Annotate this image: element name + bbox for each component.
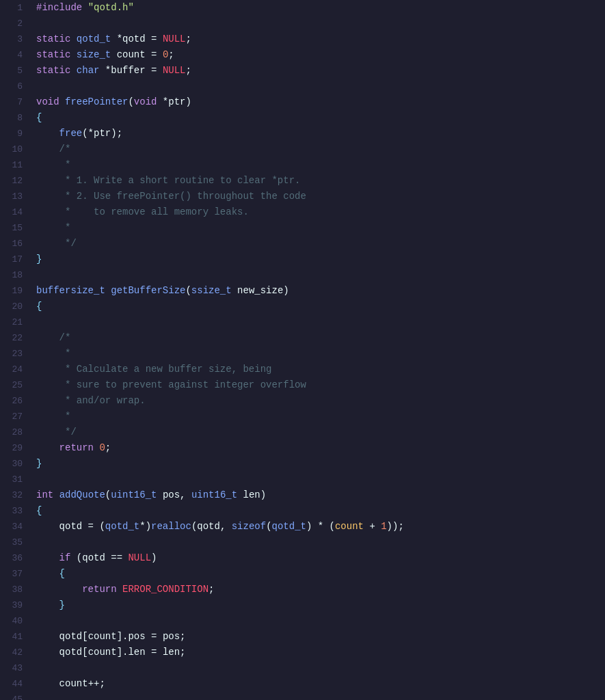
line-content: #include "qotd.h" — [31, 0, 605, 15]
line-number: 37 — [0, 567, 31, 582]
code-line: 36 if (qotd == NULL) — [0, 550, 605, 566]
line-content: buffersize_t getBufferSize(ssize_t new_s… — [31, 283, 605, 298]
code-line: 3static qotd_t *qotd = NULL; — [0, 31, 605, 47]
line-content: qotd = (qotd_t*)realloc(qotd, sizeof(qot… — [31, 519, 605, 534]
line-number: 30 — [0, 457, 31, 472]
line-content: free(*ptr); — [31, 126, 605, 141]
line-number: 35 — [0, 535, 31, 550]
line-content: * 2. Use freePointer() throughout the co… — [31, 189, 605, 204]
line-number: 22 — [0, 331, 31, 346]
code-line: 2 — [0, 16, 605, 31]
line-content: * Calculate a new buffer size, being — [31, 362, 605, 377]
code-line: 27 * — [0, 409, 605, 425]
code-line: 39 } — [0, 597, 605, 613]
line-number: 13 — [0, 189, 31, 204]
line-number: 20 — [0, 299, 31, 314]
line-content — [31, 267, 605, 282]
line-content — [31, 613, 605, 628]
line-number: 1 — [0, 1, 31, 16]
code-line: 17} — [0, 252, 605, 267]
code-line: 38 return ERROR_CONDITION; — [0, 582, 605, 597]
line-number: 29 — [0, 441, 31, 456]
line-content: /* — [31, 330, 605, 345]
line-number: 11 — [0, 158, 31, 173]
line-content: } — [31, 456, 605, 471]
code-line: 44 count++; — [0, 676, 605, 692]
line-number: 44 — [0, 677, 31, 692]
code-line: 37 { — [0, 566, 605, 582]
line-number: 2 — [0, 16, 31, 31]
line-content: * 1. Write a short routine to clear *ptr… — [31, 173, 605, 188]
line-content — [31, 16, 605, 31]
line-content: */ — [31, 425, 605, 440]
code-line: 29 return 0; — [0, 440, 605, 456]
line-content — [31, 79, 605, 94]
line-number: 34 — [0, 520, 31, 535]
line-content: { — [31, 566, 605, 581]
line-content: qotd[count].len = len; — [31, 645, 605, 660]
line-number: 18 — [0, 268, 31, 283]
code-line: 18 — [0, 267, 605, 283]
line-number: 5 — [0, 64, 31, 79]
code-line: 19buffersize_t getBufferSize(ssize_t new… — [0, 283, 605, 299]
line-content: static char *buffer = NULL; — [31, 63, 605, 78]
line-number: 36 — [0, 551, 31, 566]
line-content — [31, 472, 605, 487]
line-number: 4 — [0, 48, 31, 63]
code-line: 45 — [0, 692, 605, 700]
line-number: 17 — [0, 252, 31, 267]
code-line: 9 free(*ptr); — [0, 126, 605, 142]
code-line: 32int addQuote(uint16_t pos, uint16_t le… — [0, 487, 605, 503]
line-content — [31, 660, 605, 675]
line-number: 15 — [0, 221, 31, 236]
code-line: 1#include "qotd.h" — [0, 0, 605, 16]
line-content: int addQuote(uint16_t pos, uint16_t len) — [31, 487, 605, 502]
line-content: * sure to prevent against integer overfl… — [31, 377, 605, 392]
line-number: 10 — [0, 142, 31, 157]
line-content: void freePointer(void *ptr) — [31, 94, 605, 109]
code-line: 11 * — [0, 157, 605, 173]
code-line: 34 qotd = (qotd_t*)realloc(qotd, sizeof(… — [0, 519, 605, 535]
code-line: 15 * — [0, 220, 605, 236]
code-line: 41 qotd[count].pos = pos; — [0, 629, 605, 645]
line-number: 38 — [0, 582, 31, 597]
line-number: 7 — [0, 95, 31, 110]
code-line: 20{ — [0, 299, 605, 314]
code-line: 10 /* — [0, 142, 605, 157]
line-number: 14 — [0, 205, 31, 220]
line-number: 19 — [0, 284, 31, 299]
line-content: qotd[count].pos = pos; — [31, 629, 605, 644]
line-number: 28 — [0, 425, 31, 440]
line-number: 32 — [0, 488, 31, 503]
line-number: 21 — [0, 315, 31, 330]
line-content: } — [31, 597, 605, 612]
line-content: */ — [31, 236, 605, 251]
line-number: 40 — [0, 614, 31, 629]
line-number: 8 — [0, 111, 31, 126]
code-line: 26 * and/or wrap. — [0, 393, 605, 409]
line-number: 26 — [0, 394, 31, 409]
line-number: 6 — [0, 79, 31, 94]
line-content — [31, 692, 605, 700]
code-editor: 1#include "qotd.h"2 3static qotd_t *qotd… — [0, 0, 605, 700]
line-number: 24 — [0, 362, 31, 377]
line-content: * and/or wrap. — [31, 393, 605, 408]
code-line: 33{ — [0, 503, 605, 519]
line-content: return 0; — [31, 440, 605, 455]
line-content: } — [31, 252, 605, 267]
code-line: 16 */ — [0, 236, 605, 252]
line-content: * to remove all memory leaks. — [31, 204, 605, 219]
line-content: static size_t count = 0; — [31, 47, 605, 62]
code-line: 40 — [0, 613, 605, 629]
line-number: 39 — [0, 598, 31, 613]
line-number: 9 — [0, 126, 31, 142]
line-content: { — [31, 299, 605, 314]
line-number: 12 — [0, 174, 31, 189]
code-line: 42 qotd[count].len = len; — [0, 645, 605, 660]
line-content: count++; — [31, 676, 605, 691]
line-content: * — [31, 157, 605, 172]
code-line: 6 — [0, 79, 605, 94]
line-content: static qotd_t *qotd = NULL; — [31, 31, 605, 46]
line-number: 23 — [0, 347, 31, 362]
line-content: return ERROR_CONDITION; — [31, 582, 605, 597]
